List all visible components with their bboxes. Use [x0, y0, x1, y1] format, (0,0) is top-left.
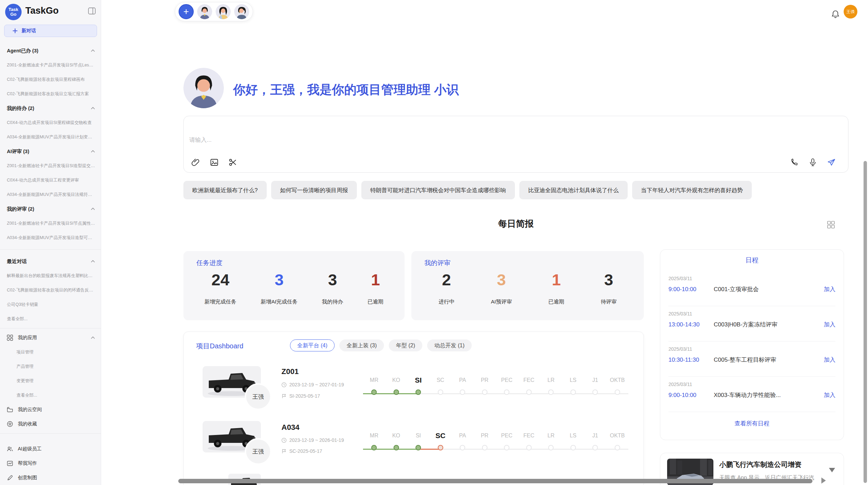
list-item[interactable]: Z001-全新燃油轻卡产品开发项目SI节点属性5D文件评审 [0, 216, 101, 231]
chevron-up-icon [91, 150, 95, 153]
image-icon[interactable] [210, 158, 219, 167]
list-item[interactable]: C02-飞腾新能源轻客改款项目的闭环通告反馈情况 [0, 283, 101, 297]
flag-icon [281, 449, 287, 454]
milestone-dot-done [407, 445, 430, 450]
list-item[interactable]: C02-飞腾新能源轻客改款项目立项汇报方案 [0, 87, 101, 101]
join-button[interactable]: 加入 [824, 391, 835, 399]
sidebar-list: Agent已办 (3) Z001-全新燃油皮卡产品开发项目SI节点Lesson … [0, 43, 101, 485]
milestone-dot [584, 389, 606, 395]
sidebar-item-favorites[interactable]: 我的收藏 [0, 417, 101, 431]
milestone-dot-done [363, 445, 385, 450]
agent-avatar-1[interactable] [197, 4, 212, 19]
list-item[interactable]: C0X4-动力总成开发项目工程变更评审 [0, 173, 101, 187]
milestone-dot [562, 445, 584, 450]
join-button[interactable]: 加入 [824, 285, 835, 293]
sidebar-item-product-mgmt[interactable]: 产品管理 [0, 359, 101, 374]
section-ai-review[interactable]: AI评审 (3) [0, 144, 101, 159]
list-item[interactable]: Z001-全新燃油皮卡产品开发项目SI节点Lesson Learn报告 [0, 58, 101, 72]
scroll-down-arrow[interactable] [829, 468, 835, 472]
filter-powertrain[interactable]: 动总开发 (1) [427, 339, 472, 351]
view-all-apps[interactable]: 查看全部... [0, 388, 101, 402]
chevron-up-icon [91, 260, 95, 263]
section-my-todo[interactable]: 我的待办 (2) [0, 101, 101, 115]
view-all-chats[interactable]: 查看全部... [0, 312, 101, 326]
suggestion-chip[interactable]: 当下年轻人对汽车外观有怎样的喜好趋势 [632, 181, 752, 199]
event-time: 13:00-14:30 [668, 321, 714, 328]
suggestion-chip[interactable]: 比亚迪全固态电池计划具体说了什么 [519, 181, 628, 199]
sidebar-item-ai-super-staff[interactable]: AI超级员工 [0, 442, 101, 456]
sidebar-item-creative-draw[interactable]: 创意制图 [0, 471, 101, 485]
suggestion-chip[interactable]: 特朗普可能对进口汽车增税会对中国车企造成哪些影响 [361, 181, 515, 199]
filter-new-body[interactable]: 全新上装 (3) [339, 339, 384, 351]
section-recent-chats[interactable]: 最近对话 [0, 254, 101, 269]
filter-new-platform[interactable]: 全新平台 (4) [290, 339, 335, 351]
notification-bell-icon[interactable] [831, 10, 840, 18]
layout-grid-icon[interactable] [827, 221, 835, 229]
list-item[interactable]: 解释最新出台的欧盟报废车法规再生塑料比例被调至15%... [0, 269, 101, 283]
stat-new-ai-done: 3新增AI完成任务 [261, 271, 298, 306]
sidebar-collapse-icon[interactable] [88, 8, 96, 14]
suggestion-chip[interactable]: 欧洲新规最近颁布了什么? [183, 181, 267, 199]
sidebar-header: Task Go TaskGo [0, 0, 101, 23]
section-my-review[interactable]: 我的评审 (2) [0, 202, 101, 216]
project-name[interactable]: A034 [281, 423, 300, 432]
agent-avatar-2[interactable] [216, 4, 231, 19]
list-item[interactable]: Z001-全新燃油轻卡产品开发项目SI造型提交物评审 [0, 159, 101, 173]
clock-icon [281, 382, 287, 387]
sidebar-item-project-mgmt[interactable]: 项目管理 [0, 345, 101, 359]
agent-switcher: + [175, 2, 253, 21]
milestone-dot-done [363, 389, 385, 395]
milestone-dot [584, 445, 606, 450]
horizontal-scrollbar[interactable] [178, 479, 812, 483]
vertical-scrollbar[interactable] [864, 161, 867, 483]
agent-avatar-3[interactable] [234, 4, 249, 19]
sidebar-item-change-mgmt[interactable]: 变更管理 [0, 374, 101, 388]
scissors-icon[interactable] [228, 158, 237, 167]
paperclip-icon[interactable] [191, 158, 200, 167]
stat-my-todo: 3我的待办 [322, 271, 343, 306]
schedule-title: 日程 [660, 250, 844, 271]
microphone-icon[interactable] [808, 158, 817, 167]
sidebar-item-help-write[interactable]: 帮我写作 [0, 456, 101, 471]
event-date: 2025/03/11 [668, 382, 835, 387]
new-chat-button[interactable]: 新对话 [4, 25, 97, 37]
list-item[interactable]: C02-飞腾新能源轻客改款项目里程碑画布 [0, 72, 101, 87]
join-button[interactable]: 加入 [824, 321, 835, 328]
project-dates: 2023-12-19 ~ 2026-01-19 [281, 437, 344, 443]
join-button[interactable]: 加入 [824, 356, 835, 364]
milestone-dot [451, 445, 474, 450]
list-item[interactable]: A034-全新新能源MUV产品开发项目造型可行性评审 [0, 231, 101, 245]
new-chat-label: 新对话 [22, 28, 36, 34]
project-milestone-flag: SI-2025-05-17 [281, 393, 320, 399]
logo-line1: Task [9, 7, 19, 12]
list-item[interactable]: A034-全新新能源MUV产品开发项目法规符合性评审 [0, 187, 101, 202]
daily-brief-title: 每日简报 [183, 218, 848, 230]
divider [0, 433, 101, 434]
clock-icon [281, 438, 287, 443]
sidebar-item-cloud-space[interactable]: 我的云空间 [0, 402, 101, 417]
add-agent-button[interactable]: + [179, 4, 194, 19]
chat-input[interactable] [189, 136, 601, 155]
folder-icon [7, 407, 13, 413]
send-icon[interactable] [827, 158, 836, 167]
card-title: 我的评审 [424, 259, 450, 268]
sidebar-item-my-apps[interactable]: 我的应用 [0, 331, 101, 345]
scroll-right-arrow[interactable] [821, 477, 826, 484]
user-avatar[interactable]: 王强 [844, 5, 857, 18]
view-all-schedule[interactable]: 查看所有日程 [660, 412, 844, 435]
list-item[interactable]: A034-全新新能源MUV产品开发项目计划变更表编写 [0, 130, 101, 144]
schedule-event: 2025/03/11 9:00-10:00 C001-立项审批会 加入 [668, 271, 835, 306]
flag-icon [281, 394, 287, 399]
list-item[interactable]: 公司Q3轻卡销量 [0, 297, 101, 312]
list-item[interactable]: C0X4-动力总成开发项目SI里程碑提交物检查 [0, 115, 101, 130]
suggestion-chip[interactable]: 如何写一份清晰的项目周报 [271, 181, 357, 199]
project-name[interactable]: Z001 [281, 367, 299, 376]
event-time: 9:00-10:00 [668, 392, 714, 399]
section-agent-done[interactable]: Agent已办 (3) [0, 43, 101, 58]
phone-icon[interactable] [790, 158, 799, 167]
dashboard-filters: 全新平台 (4) 全新上装 (3) 年型 (2) 动总开发 (1) [290, 339, 472, 351]
filter-year-model[interactable]: 年型 (2) [389, 339, 422, 351]
chat-composer [183, 116, 848, 173]
project-owner-avatar: 王强 [245, 438, 272, 465]
chevron-up-icon [91, 49, 95, 52]
